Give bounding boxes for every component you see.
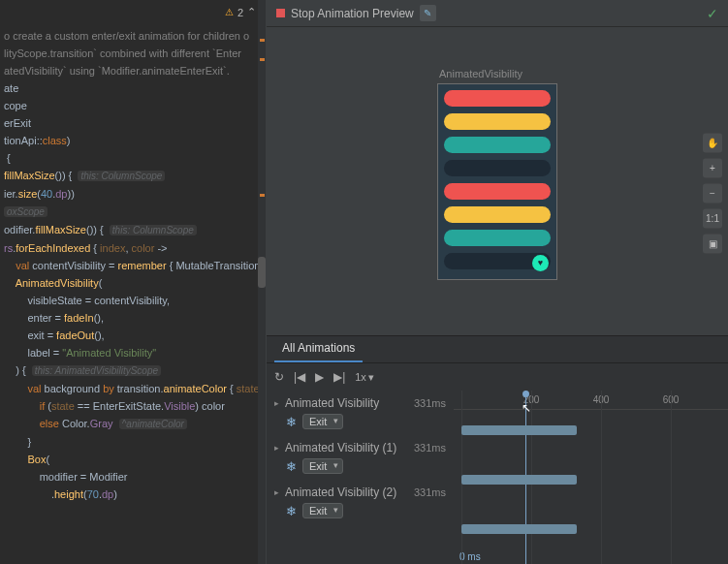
preview-bar: [444, 183, 551, 200]
preview-toolbar-title: Stop Animation Preview: [291, 7, 414, 20]
go-start-icon[interactable]: |◀: [294, 370, 305, 384]
canvas-tool-strip: ✋ + − 1:1 ▣: [703, 133, 722, 253]
zoom-reset-icon[interactable]: 1:1: [703, 208, 722, 228]
animation-track: ▸Animated Visibility331ms❄Exit: [267, 391, 454, 435]
scrollbar-thumb[interactable]: [258, 257, 266, 288]
animation-panel: All Animations ↻ |◀ ▶ ▶| 1x▾ ▸Animated V…: [267, 335, 728, 564]
track-label: Animated Visibility (1): [285, 441, 408, 454]
edit-icon[interactable]: ✎: [420, 5, 436, 21]
track-state-select[interactable]: Exit: [302, 458, 343, 474]
zoom-in-icon[interactable]: +: [703, 158, 722, 177]
go-end-icon[interactable]: ▶|: [333, 370, 345, 384]
chevron-right-icon[interactable]: ▸: [274, 487, 279, 497]
animation-track: ▸Animated Visibility (2)331ms❄Exit: [267, 480, 454, 524]
preview-toolbar: Stop Animation Preview ✎ ✓: [267, 0, 728, 27]
animation-tabs: All Animations: [267, 336, 728, 363]
preview-bar: [444, 90, 551, 107]
speed-selector[interactable]: 1x▾: [355, 371, 374, 384]
loop-icon[interactable]: ↻: [274, 370, 284, 384]
animation-track-list: ▸Animated Visibility331ms❄Exit▸Animated …: [267, 391, 454, 564]
freeze-icon[interactable]: ❄: [286, 415, 297, 429]
timeline-track-bar[interactable]: [461, 475, 577, 485]
chevron-right-icon[interactable]: ▸: [274, 443, 279, 453]
check-icon: ✓: [707, 6, 718, 21]
warning-count: 2: [237, 7, 243, 18]
preview-bar: [444, 137, 551, 153]
track-duration: 331ms: [414, 442, 446, 454]
preview-frame-label: AnimatedVisibility: [439, 68, 522, 79]
warning-icon: ⚠: [225, 7, 234, 17]
track-label: Animated Visibility: [285, 396, 408, 410]
caret-icon[interactable]: ⌃: [247, 6, 256, 18]
zoom-out-icon[interactable]: −: [703, 183, 722, 203]
device-preview: ♥: [437, 83, 557, 280]
track-duration: 331ms: [414, 486, 446, 498]
timeline-ruler[interactable]: 2004006008001000: [454, 391, 728, 410]
editor-scrollbar[interactable]: [258, 0, 266, 564]
tab-all-animations[interactable]: All Animations: [274, 335, 363, 362]
code-editor-pane[interactable]: ⚠ 2 ⌃ o create a custom enter/exit anima…: [0, 0, 267, 564]
track-duration: 331ms: [414, 397, 446, 409]
cursor-icon: ↖: [522, 401, 531, 415]
animation-timeline[interactable]: 2004006008001000 0 ms ↖: [454, 391, 728, 564]
animation-controls: ↻ |◀ ▶ ▶| 1x▾: [267, 363, 728, 391]
timeline-current-time: 0 ms: [459, 551, 481, 562]
preview-bar: [444, 113, 551, 130]
preview-bar: [444, 206, 551, 223]
track-state-select[interactable]: Exit: [302, 414, 343, 429]
timeline-track-bar[interactable]: [461, 425, 577, 435]
stop-icon[interactable]: [276, 9, 285, 17]
chevron-right-icon[interactable]: ▸: [274, 398, 279, 408]
preview-bar: [444, 230, 551, 246]
frame-fit-icon[interactable]: ▣: [703, 234, 722, 253]
code-text[interactable]: o create a custom enter/exit animation f…: [0, 27, 266, 564]
preview-bar: [444, 160, 551, 176]
editor-status-bar: ⚠ 2 ⌃: [225, 6, 256, 18]
play-icon[interactable]: ▶: [315, 370, 324, 384]
fab-heart-icon: ♥: [532, 255, 549, 271]
track-state-select[interactable]: Exit: [302, 503, 343, 518]
animation-track: ▸Animated Visibility (1)331ms❄Exit: [267, 435, 454, 480]
preview-canvas[interactable]: AnimatedVisibility ♥ ✋ + − 1:1 ▣: [267, 27, 728, 335]
freeze-icon[interactable]: ❄: [286, 504, 297, 518]
timeline-track-bar[interactable]: [461, 524, 577, 534]
freeze-icon[interactable]: ❄: [286, 459, 297, 474]
track-label: Animated Visibility (2): [285, 486, 408, 499]
pan-tool-icon[interactable]: ✋: [703, 133, 722, 152]
